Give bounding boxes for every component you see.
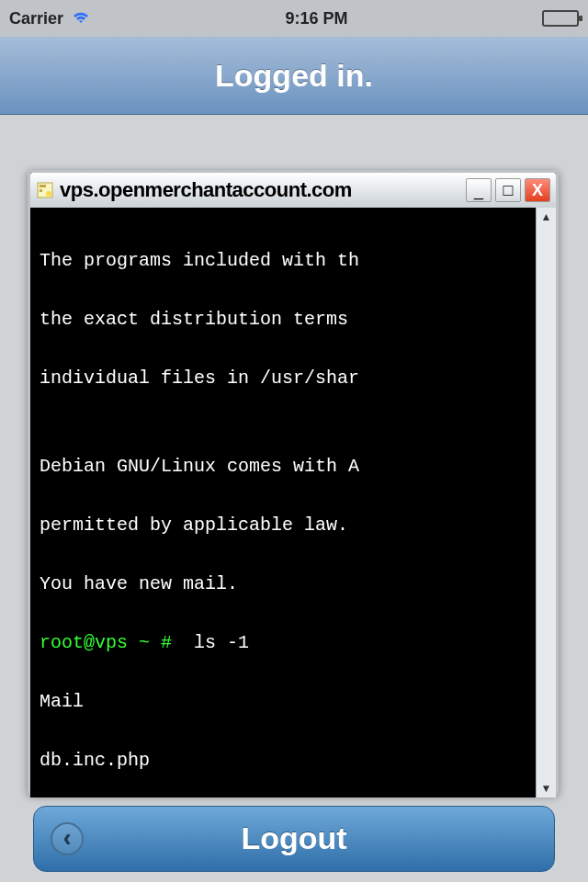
content-area: vps.openmerchantaccount.com _ □ X The pr… — [0, 115, 588, 795]
close-button[interactable]: X — [525, 178, 550, 202]
page-title: Logged in. — [0, 37, 588, 115]
scrollbar-track[interactable] — [537, 226, 556, 779]
terminal-window: vps.openmerchantaccount.com _ □ X The pr… — [28, 170, 559, 795]
window-titlebar: vps.openmerchantaccount.com _ □ X — [30, 173, 556, 208]
shell-prompt: root@vps ~ # — [40, 632, 172, 653]
maximize-button[interactable]: □ — [495, 178, 521, 202]
minimize-button[interactable]: _ — [466, 178, 492, 202]
svg-point-1 — [46, 191, 51, 197]
battery-icon — [542, 10, 579, 27]
status-bar: Carrier 9:16 PM — [0, 0, 588, 37]
terminal-output: The programs included with th the exact … — [30, 208, 536, 797]
logout-label: Logout — [241, 820, 346, 856]
clock-label: 9:16 PM — [286, 9, 348, 28]
vertical-scrollbar[interactable]: ▲ ▼ — [536, 208, 556, 797]
bottom-toolbar: ‹ Logout — [0, 795, 588, 882]
putty-icon — [36, 181, 54, 199]
chevron-left-icon[interactable]: ‹ — [51, 822, 84, 855]
window-title: vps.openmerchantaccount.com — [60, 178, 460, 202]
logout-button[interactable]: ‹ Logout — [33, 806, 555, 872]
carrier-label: Carrier — [9, 9, 63, 28]
wifi-icon — [71, 6, 91, 30]
scroll-up-icon[interactable]: ▲ — [537, 208, 556, 226]
